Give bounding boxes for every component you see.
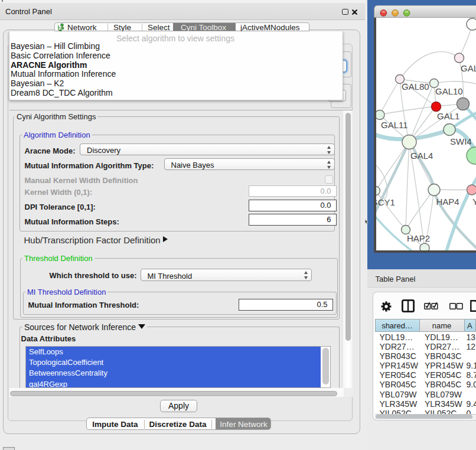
svg-text:GAL11: GAL11 [381,120,408,130]
svg-text:GAL1: GAL1 [437,111,459,121]
svg-text:GAL: GAL [461,63,476,73]
svg-text:GAL4: GAL4 [410,151,433,161]
svg-text:GAL80: GAL80 [402,81,429,92]
svg-text:SWI4: SWI4 [450,136,472,146]
svg-text:HAP2: HAP2 [407,233,430,243]
svg-text:Y: Y [472,197,476,207]
svg-text:HAP4: HAP4 [436,197,459,207]
svg-text:GAL10: GAL10 [435,86,463,96]
svg-text:GCY1: GCY1 [376,197,395,207]
